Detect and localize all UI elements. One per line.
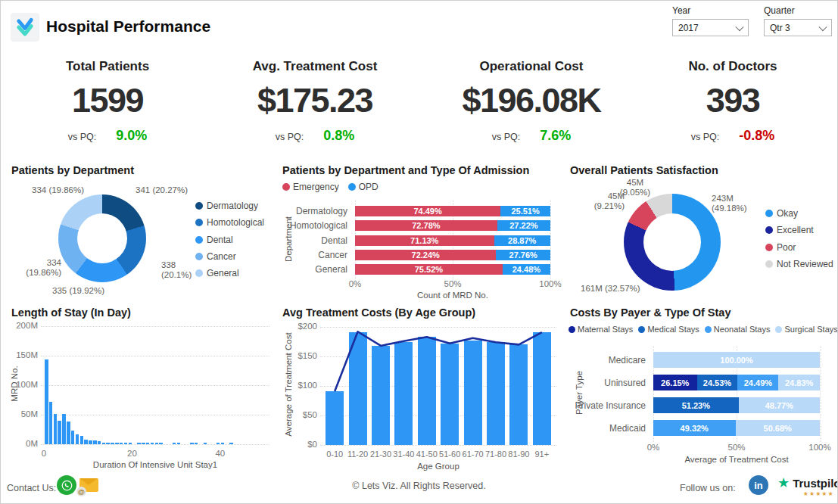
stacked-bar[interactable]: 71.13%28.87%: [355, 235, 550, 246]
histogram-bar[interactable]: [58, 421, 61, 444]
histogram-bar[interactable]: [93, 440, 97, 444]
year-dropdown-value: 2017: [678, 23, 699, 33]
histogram-bar[interactable]: [177, 443, 181, 444]
column-bar[interactable]: [487, 342, 505, 445]
histogram-bar[interactable]: [151, 443, 154, 444]
histogram-bar[interactable]: [221, 443, 225, 444]
trustpilot-logo[interactable]: ★ Trustpilot ★★★★★: [777, 476, 838, 497]
bar-segment[interactable]: 24.49%: [737, 375, 778, 390]
kpi-delta: 7.6%: [540, 128, 571, 144]
histogram-bar[interactable]: [146, 443, 150, 444]
stacked-bar[interactable]: 100.00%: [653, 352, 820, 368]
column-bar[interactable]: [464, 341, 482, 445]
x-axis-title: Age Group: [323, 462, 553, 471]
bar-segment[interactable]: 50.68%: [736, 420, 820, 436]
legend-item[interactable]: Homotological: [195, 217, 264, 228]
legend-item[interactable]: Cancer: [195, 251, 236, 262]
bar-segment[interactable]: 51.23%: [653, 397, 739, 413]
column-bar[interactable]: [441, 344, 459, 445]
column-bar[interactable]: [509, 344, 528, 445]
donut-chart[interactable]: [624, 194, 721, 291]
legend-item[interactable]: OPD: [348, 182, 379, 192]
histogram-bar[interactable]: [229, 443, 233, 444]
legend-item[interactable]: Medical Stays: [638, 325, 699, 334]
linkedin-icon[interactable]: in: [749, 475, 768, 495]
legend-item[interactable]: General: [195, 268, 239, 278]
axis-tick: 100%: [805, 443, 835, 452]
histogram-bar[interactable]: [111, 443, 114, 444]
histogram-bar[interactable]: [120, 443, 123, 444]
gridline: [41, 385, 269, 386]
bar-segment[interactable]: 48.77%: [739, 397, 820, 413]
column-bar[interactable]: [394, 342, 413, 445]
histogram-bar[interactable]: [142, 443, 145, 444]
stacked-bar[interactable]: 72.78%27.22%: [355, 220, 550, 231]
stacked-bar[interactable]: 51.23%48.77%: [653, 397, 820, 413]
histogram-bar[interactable]: [84, 440, 88, 444]
year-dropdown[interactable]: 2017: [672, 19, 749, 36]
legend-item[interactable]: Dental: [195, 235, 233, 245]
column-bar[interactable]: [326, 391, 344, 445]
histogram-bar[interactable]: [49, 402, 53, 444]
histogram-bar[interactable]: [124, 443, 128, 444]
histogram-bar[interactable]: [76, 434, 79, 444]
bar-segment[interactable]: 74.49%: [355, 206, 500, 216]
legend-item[interactable]: Poor: [765, 242, 796, 253]
bar-segment[interactable]: 27.22%: [497, 220, 550, 231]
bar-segment[interactable]: 24.53%: [697, 375, 738, 390]
bar-segment[interactable]: 72.78%: [355, 220, 497, 231]
donut-chart[interactable]: [58, 194, 146, 282]
legend-item[interactable]: Not Reviewed: [765, 259, 833, 269]
histogram-bar[interactable]: [190, 443, 194, 444]
stacked-bar[interactable]: 26.15%24.53%24.49%24.83%: [653, 375, 820, 390]
legend-dot: [195, 236, 203, 244]
kpi-no-of-doctors: No. of Doctors 393 vs PQ:-0.8%: [627, 57, 838, 144]
column-bar[interactable]: [418, 337, 436, 445]
bar-segment[interactable]: 100.00%: [653, 352, 820, 368]
gridline: [550, 200, 551, 281]
dashboard-canvas: Hospital Performance Year 2017 Quarter Q…: [0, 0, 838, 504]
bar-segment[interactable]: 25.51%: [500, 206, 550, 216]
bar-segment[interactable]: 72.24%: [355, 250, 496, 260]
stacked-bar[interactable]: 49.32%50.68%: [653, 420, 820, 436]
bar-segment[interactable]: 26.15%: [653, 375, 697, 390]
quarter-dropdown[interactable]: Qtr 3: [764, 19, 832, 36]
histogram-bar[interactable]: [159, 443, 163, 444]
bar-segment[interactable]: 27.76%: [496, 250, 550, 260]
histogram-bar[interactable]: [217, 443, 220, 444]
histogram-bar[interactable]: [98, 441, 101, 444]
histogram-bar[interactable]: [67, 422, 70, 444]
histogram-bar[interactable]: [45, 359, 48, 444]
histogram-bar[interactable]: [80, 436, 84, 444]
bar-segment[interactable]: 24.48%: [503, 264, 550, 275]
histogram-bar[interactable]: [54, 414, 58, 444]
histogram-bar[interactable]: [106, 443, 110, 444]
legend-item[interactable]: Okay: [765, 208, 798, 219]
histogram-bar[interactable]: [195, 443, 198, 444]
histogram-bar[interactable]: [173, 443, 176, 444]
legend-item[interactable]: Neonatal Stays: [705, 325, 771, 334]
bar-segment[interactable]: 71.13%: [355, 235, 494, 246]
bar-segment[interactable]: 24.83%: [778, 375, 820, 390]
histogram-bar[interactable]: [115, 443, 119, 444]
histogram-bar[interactable]: [62, 414, 66, 444]
legend-item[interactable]: Excellent: [765, 225, 814, 235]
legend-item[interactable]: Dermatology: [195, 201, 258, 211]
stacked-bar[interactable]: 74.49%25.51%: [355, 206, 550, 216]
histogram-bar[interactable]: [155, 443, 159, 444]
column-bar[interactable]: [349, 332, 367, 445]
stacked-bar[interactable]: 75.52%24.48%: [355, 264, 550, 275]
histogram-bar[interactable]: [129, 443, 132, 444]
bar-segment[interactable]: 75.52%: [355, 264, 503, 275]
column-bar[interactable]: [533, 332, 551, 445]
bar-segment[interactable]: 28.87%: [494, 235, 550, 246]
histogram-bar[interactable]: [102, 443, 106, 444]
bar-segment[interactable]: 49.32%: [653, 420, 736, 436]
legend-item[interactable]: Surgical Stays: [775, 325, 837, 334]
column-bar[interactable]: [372, 346, 390, 445]
stacked-bar[interactable]: 72.24%27.76%: [355, 250, 550, 260]
histogram-bar[interactable]: [89, 440, 92, 444]
histogram-bar[interactable]: [204, 443, 207, 444]
histogram-bar[interactable]: [71, 431, 75, 444]
histogram-bar[interactable]: [137, 443, 141, 444]
